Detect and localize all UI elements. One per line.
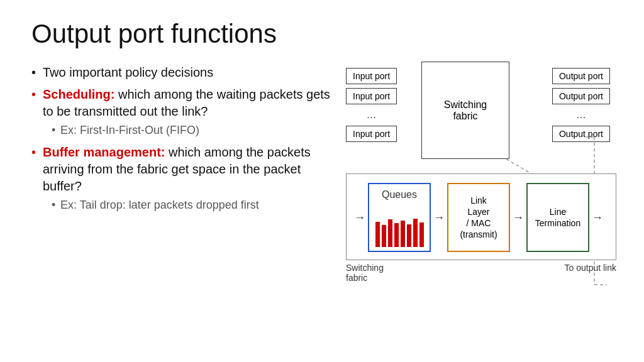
queue-bar-5	[401, 221, 405, 247]
sub-list-1: Ex: First-In-First-Out (FIFO)	[43, 123, 340, 138]
linetermination-box: LineTermination	[526, 183, 589, 252]
bottom-diagram: Queues → L	[346, 173, 616, 260]
bullet-3: Buffer management: which among the packe…	[31, 144, 340, 212]
bullet-list: Two important policy decisions Schedulin…	[31, 64, 340, 213]
bottom-labels: Switchingfabric To output link	[346, 263, 616, 283]
left-panel: Two important policy decisions Schedulin…	[31, 62, 340, 349]
buffer-label: Buffer management:	[43, 145, 165, 159]
bullet-2: Scheduling: which among the waiting pack…	[31, 86, 340, 138]
bullet-1: Two important policy decisions	[31, 64, 340, 81]
bottom-diagram-wrapper: Queues → L	[346, 173, 616, 283]
output-port-1: Output port	[552, 68, 610, 84]
queue-bar-8	[419, 222, 424, 247]
slide: Output port functions Two important poli…	[0, 0, 644, 362]
input-ports-column: Input port Input port … Input port	[346, 68, 397, 142]
input-port-2: Input port	[346, 88, 397, 104]
queue-bar-6	[407, 224, 411, 247]
input-port-1: Input port	[346, 68, 397, 84]
arrow-right: →	[513, 211, 524, 224]
linetermination-label: LineTermination	[535, 206, 580, 229]
content-area: Two important policy decisions Schedulin…	[31, 62, 619, 349]
queue-bar-1	[375, 222, 380, 247]
linklayer-box: LinkLayer/ MAC(transmit)	[447, 183, 510, 252]
bottom-label-right: To output link	[565, 263, 617, 283]
output-port-2: Output port	[552, 88, 610, 104]
output-ports-column: Output port Output port … Output port	[552, 68, 610, 142]
output-port-3: Output port	[552, 126, 610, 142]
right-panel: Input port Input port … Input port Switc…	[340, 62, 619, 349]
queue-bars	[375, 216, 424, 247]
bottom-label-left: Switchingfabric	[346, 263, 384, 283]
queues-label: Queues	[382, 189, 417, 200]
switching-fabric-box: Switchingfabric	[421, 62, 509, 159]
sub-bullet-1: Ex: First-In-First-Out (FIFO)	[43, 123, 340, 138]
queues-box: Queues	[368, 183, 431, 252]
queue-bar-3	[388, 219, 392, 247]
input-ports-dots: …	[346, 108, 397, 122]
page-title: Output port functions	[31, 19, 619, 49]
sub-list-2: Ex: Tail drop: later packets dropped fir…	[43, 197, 340, 212]
queue-bar-2	[382, 225, 386, 247]
input-port-3: Input port	[346, 126, 397, 142]
top-diagram: Input port Input port … Input port Switc…	[346, 62, 610, 168]
bullet-1-text: Two important policy decisions	[43, 65, 213, 79]
scheduling-label: Scheduling:	[43, 87, 114, 101]
linklayer-label: LinkLayer/ MAC(transmit)	[460, 195, 497, 241]
queue-bar-7	[413, 219, 418, 247]
sub-bullet-2: Ex: Tail drop: later packets dropped fir…	[43, 197, 340, 212]
arrow-out: →	[592, 211, 603, 224]
queue-bar-4	[394, 223, 399, 247]
switching-fabric-label: Switchingfabric	[444, 99, 487, 122]
arrow-in	[354, 211, 365, 224]
arrow-mid: →	[433, 211, 445, 224]
output-ports-dots: …	[552, 108, 610, 122]
